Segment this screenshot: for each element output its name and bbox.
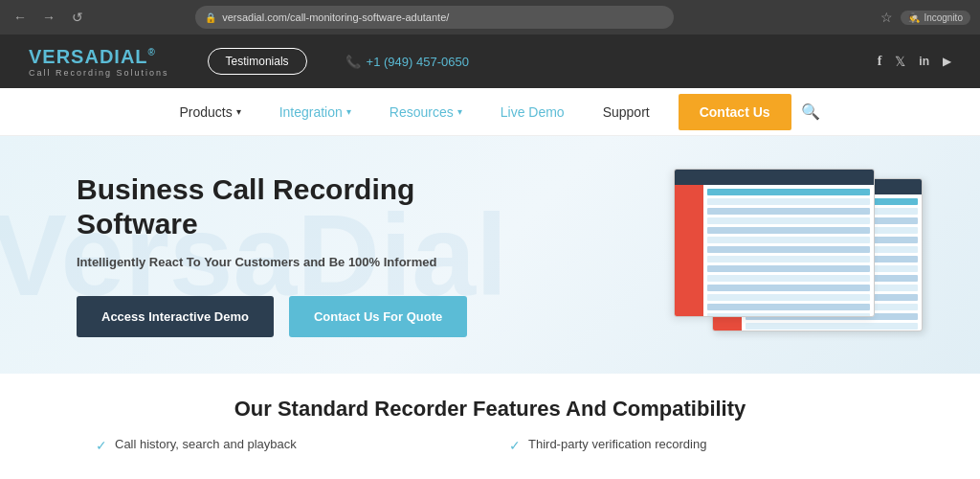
address-bar[interactable]: 🔒 versadial.com/call-monitoring-software… [195, 6, 674, 29]
screen-row [746, 323, 918, 330]
phone-text: +1 (949) 457-0650 [367, 55, 469, 69]
resources-caret-icon: ▾ [457, 106, 462, 117]
incognito-icon: 🕵️ [908, 12, 920, 23]
nav-live-demo[interactable]: Live Demo [481, 88, 584, 136]
screen-row [707, 304, 870, 310]
hero-content: Business Call Recording Software Intelli… [77, 172, 536, 337]
hero-subtitle: Intelligently React To Your Customers an… [77, 255, 536, 269]
features-title: Our Standard Recorder Features And Compa… [77, 397, 903, 422]
contact-quote-button[interactable]: Contact Us For Quote [289, 296, 467, 337]
logo-reg: ® [148, 47, 156, 57]
nav-integration-label: Integration [279, 104, 343, 120]
screen-row [707, 275, 870, 282]
top-bar-center: Testimonials [208, 48, 307, 75]
social-links: f 𝕏 in ▶ [878, 54, 951, 69]
nav-products-label: Products [179, 104, 232, 120]
nav-support[interactable]: Support [584, 88, 669, 136]
top-bar: VERSADIAL® Call Recording Solutions Test… [0, 34, 980, 88]
screen-front-content [703, 185, 874, 316]
logo-text: VERSADIAL® [29, 46, 169, 68]
hero-title: Business Call Recording Software [77, 172, 536, 241]
bookmark-button[interactable]: ☆ [880, 10, 893, 25]
screen-row [707, 313, 870, 317]
url-text: versadial.com/call-monitoring-software-a… [222, 11, 449, 23]
linkedin-icon[interactable]: in [919, 55, 929, 68]
nav-support-label: Support [603, 104, 650, 120]
features-section: Our Standard Recorder Features And Compa… [0, 374, 980, 457]
browser-chrome: ← → ↺ 🔒 versadial.com/call-monitoring-so… [0, 0, 980, 34]
features-col-2: ✓ Third-party verification recording [490, 437, 903, 457]
nav-bar: Products ▾ Integration ▾ Resources ▾ Liv… [0, 88, 980, 136]
screen-front-sidebar [675, 185, 703, 316]
hero-image [674, 169, 923, 341]
logo: VERSADIAL® Call Recording Solutions [29, 46, 169, 78]
testimonials-button[interactable]: Testimonials [208, 48, 307, 75]
logo-brand2: DIAL [100, 46, 148, 67]
phone-number: 📞 +1 (949) 457-0650 [345, 55, 469, 69]
nav-contact-us[interactable]: Contact Us [679, 94, 791, 130]
twitter-icon[interactable]: 𝕏 [895, 54, 905, 69]
nav-resources[interactable]: Resources ▾ [370, 88, 481, 136]
screen-row [707, 217, 870, 224]
products-caret-icon: ▾ [236, 106, 241, 117]
screen-row [707, 294, 870, 301]
check-icon: ✓ [509, 438, 521, 453]
phone-icon: 📞 [345, 55, 361, 69]
screen-row [707, 237, 870, 243]
integration-caret-icon: ▾ [346, 106, 351, 117]
feature-label: Third-party verification recording [528, 437, 706, 451]
screen-front [674, 169, 875, 317]
features-list: ✓ Call history, search and playback ✓ Th… [77, 437, 903, 457]
hero-buttons: Access Interactive Demo Contact Us For Q… [77, 296, 536, 337]
feature-item: ✓ Call history, search and playback [96, 437, 471, 453]
back-button[interactable]: ← [10, 7, 31, 28]
screen-row [707, 246, 870, 253]
nav-resources-label: Resources [390, 104, 454, 120]
nav-contact-us-label: Contact Us [700, 104, 770, 120]
screen-row [707, 265, 870, 272]
hero-section: VersaDial Business Call Recording Softwa… [0, 136, 980, 374]
nav-integration[interactable]: Integration ▾ [260, 88, 370, 136]
forward-button[interactable]: → [38, 7, 59, 28]
screen-row [707, 208, 870, 215]
lock-icon: 🔒 [205, 12, 216, 23]
nav-products[interactable]: Products ▾ [160, 88, 259, 136]
refresh-button[interactable]: ↺ [67, 7, 88, 28]
nav-live-demo-label: Live Demo [501, 104, 565, 120]
incognito-badge: 🕵️ Incognito [901, 11, 970, 25]
logo-brand1: VERSA [29, 46, 100, 67]
logo-sub: Call Recording Solutions [29, 68, 169, 78]
access-demo-button[interactable]: Access Interactive Demo [77, 296, 274, 337]
screen-row [707, 227, 870, 234]
features-col-1: ✓ Call history, search and playback [77, 437, 490, 457]
incognito-label: Incognito [924, 12, 963, 23]
nav-search-button[interactable]: 🔍 [801, 103, 820, 121]
facebook-icon[interactable]: f [878, 54, 882, 69]
screen-front-header [675, 170, 874, 185]
screen-row [707, 256, 870, 262]
check-icon: ✓ [96, 438, 107, 453]
browser-right-controls: ☆ 🕵️ Incognito [880, 10, 970, 25]
screen-row [707, 285, 870, 291]
screen-row [707, 189, 870, 195]
feature-label: Call history, search and playback [115, 437, 297, 451]
youtube-icon[interactable]: ▶ [943, 55, 951, 68]
feature-item: ✓ Third-party verification recording [509, 437, 884, 453]
screen-row [707, 198, 870, 205]
